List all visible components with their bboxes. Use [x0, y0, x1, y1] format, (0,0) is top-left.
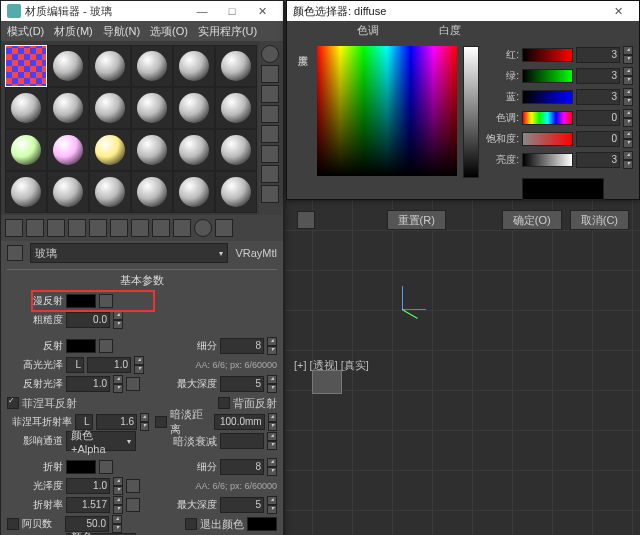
roughness-label: 粗糙度 [7, 313, 63, 327]
menu-item[interactable]: 材质(M) [54, 24, 93, 39]
eyedropper-icon[interactable] [297, 211, 315, 229]
lower-toolbar [1, 215, 283, 241]
material-slot[interactable] [131, 45, 173, 87]
reflect-subdivs[interactable]: 8 [220, 338, 264, 354]
section-title: 基本参数 [7, 269, 277, 291]
options-icon[interactable] [261, 145, 279, 163]
result-swatch [522, 178, 604, 200]
material-slot[interactable] [5, 129, 47, 171]
viewport-object[interactable] [312, 370, 342, 394]
val-slider[interactable] [522, 153, 573, 167]
material-slot[interactable] [47, 129, 89, 171]
reset-button[interactable]: 重置(R) [387, 210, 446, 230]
diffuse-label: 漫反射 [7, 294, 63, 308]
material-slot[interactable] [5, 87, 47, 129]
cancel-button[interactable]: 取消(C) [570, 210, 629, 230]
material-slot[interactable] [89, 129, 131, 171]
app-icon [7, 4, 21, 18]
show-end-icon[interactable] [110, 219, 128, 237]
close-button[interactable]: ✕ [247, 5, 277, 18]
material-slot[interactable] [89, 87, 131, 129]
material-slot[interactable] [173, 129, 215, 171]
maximize-button[interactable]: □ [217, 5, 247, 17]
backlight-icon[interactable] [261, 65, 279, 83]
material-editor-window: 材质编辑器 - 玻璃 — □ ✕ 模式(D) 材质(M) 导航(N) 选项(O)… [0, 0, 284, 535]
material-slots [1, 41, 259, 215]
color-picker-title: 颜色选择器: diffuse [293, 4, 386, 19]
material-slot[interactable] [5, 45, 47, 87]
material-slot[interactable] [131, 171, 173, 213]
material-slot[interactable] [215, 45, 257, 87]
material-id-icon[interactable] [194, 219, 212, 237]
fresnel-checkbox[interactable] [7, 397, 19, 409]
material-slot[interactable] [131, 129, 173, 171]
titlebar: 材质编辑器 - 玻璃 — □ ✕ [1, 1, 283, 21]
material-slot[interactable] [173, 45, 215, 87]
spinner[interactable]: ▴▾ [113, 311, 123, 329]
material-slot[interactable] [173, 171, 215, 213]
red-slider[interactable] [522, 48, 573, 62]
map-icon[interactable] [261, 185, 279, 203]
reset-icon[interactable] [47, 219, 65, 237]
diffuse-map-button[interactable] [99, 294, 113, 308]
material-type[interactable]: VRayMtl [235, 247, 277, 259]
minimize-button[interactable]: — [187, 5, 217, 17]
material-slot[interactable] [47, 87, 89, 129]
material-slot[interactable] [173, 87, 215, 129]
menu-item[interactable]: 选项(O) [150, 24, 188, 39]
color-picker-window: 颜色选择器: diffuse ✕ 色调 白度 黑度 红:3▴▾ 绿:3▴▾ 蓝:… [286, 0, 640, 200]
material-slot[interactable] [47, 171, 89, 213]
menu-item[interactable]: 模式(D) [7, 24, 44, 39]
blue-slider[interactable] [522, 90, 573, 104]
window-title: 材质编辑器 - 玻璃 [25, 4, 112, 19]
background-icon[interactable] [261, 85, 279, 103]
close-button[interactable]: ✕ [603, 5, 633, 18]
material-slot[interactable] [131, 87, 173, 129]
tool-icon[interactable] [215, 219, 233, 237]
select-by-mat-icon[interactable] [261, 165, 279, 183]
hue-slider[interactable] [522, 111, 573, 125]
assign-icon[interactable] [26, 219, 44, 237]
material-name-field[interactable]: 玻璃▾ [30, 243, 228, 263]
reflect-swatch[interactable] [66, 339, 96, 353]
menu-item[interactable]: 实用程序(U) [198, 24, 257, 39]
show-map-icon[interactable] [89, 219, 107, 237]
subdivs-label: 细分 [197, 339, 217, 353]
material-slot[interactable] [215, 129, 257, 171]
roughness-value[interactable]: 0.0 [66, 312, 110, 328]
affect-channel[interactable]: 颜色+Alpha▾ [66, 431, 136, 451]
sample-sphere-icon[interactable] [261, 45, 279, 63]
put-to-scene-icon[interactable] [68, 219, 86, 237]
diffuse-swatch[interactable] [66, 294, 96, 308]
material-slot[interactable] [89, 45, 131, 87]
green-slider[interactable] [522, 69, 573, 83]
go-parent-icon[interactable] [131, 219, 149, 237]
go-sibling-icon[interactable] [152, 219, 170, 237]
sat-slider[interactable] [522, 132, 573, 146]
material-slot[interactable] [5, 171, 47, 213]
material-slot[interactable] [215, 171, 257, 213]
color-spectrum[interactable] [317, 46, 457, 176]
refract-swatch[interactable] [66, 460, 96, 474]
ok-button[interactable]: 确定(O) [502, 210, 562, 230]
reflect-label: 反射 [7, 339, 63, 353]
map-button[interactable] [99, 339, 113, 353]
eyedropper-icon[interactable] [7, 245, 23, 261]
red-value[interactable]: 3 [576, 47, 620, 63]
pick-icon[interactable] [173, 219, 191, 237]
menubar: 模式(D) 材质(M) 导航(N) 选项(O) 实用程序(U) [1, 21, 283, 41]
material-slot[interactable] [215, 87, 257, 129]
get-material-icon[interactable] [5, 219, 23, 237]
value-column[interactable] [463, 46, 479, 178]
hilight-value[interactable]: 1.0 [87, 357, 131, 373]
material-slot[interactable] [89, 171, 131, 213]
material-slot[interactable] [47, 45, 89, 87]
video-check-icon[interactable] [261, 125, 279, 143]
side-toolbar [259, 41, 283, 215]
menu-item[interactable]: 导航(N) [103, 24, 140, 39]
uv-tile-icon[interactable] [261, 105, 279, 123]
backface-checkbox[interactable] [218, 397, 230, 409]
